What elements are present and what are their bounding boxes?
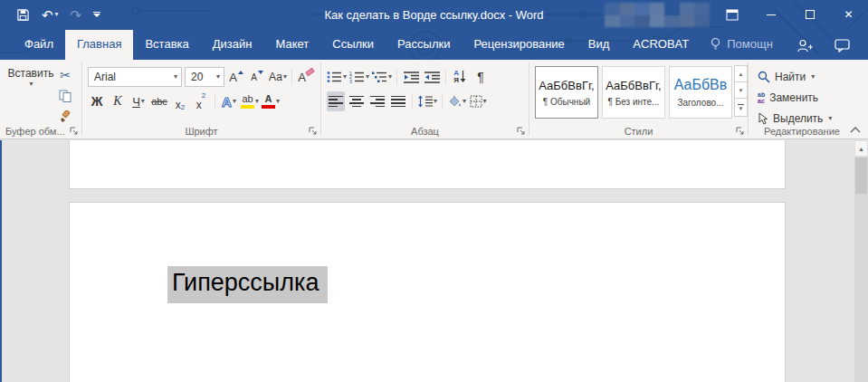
tab-file[interactable]: Файл	[13, 30, 65, 60]
tab-home[interactable]: Главная	[65, 30, 133, 60]
redo-button[interactable]: ↷	[71, 8, 82, 22]
styles-scroll-buttons: ▲ ▼ ▼	[734, 66, 748, 119]
text-effects-dropdown-arrow[interactable]: ▾	[233, 98, 236, 105]
font-color-button[interactable]: А ▾	[262, 91, 280, 111]
document-page-2[interactable]: Гиперссылка	[69, 202, 786, 382]
clear-formatting-button[interactable]: А	[297, 67, 315, 87]
style-card-no-spacing[interactable]: АаБбВвГг, ¶ Без инте...	[602, 66, 665, 119]
numbering-button[interactable]: 1 2 3 ▾	[349, 67, 369, 87]
decrease-indent-button[interactable]	[402, 67, 420, 87]
line-spacing-button[interactable]: ▾	[417, 91, 437, 111]
font-size-combobox[interactable]: 20 ▾	[185, 67, 224, 87]
style-preview: АаБбВвГг,	[539, 79, 594, 92]
superscript-button[interactable]: x2	[192, 91, 210, 111]
group-editing: Найти ▾ ab ac Заменить Выделить ▾	[749, 60, 855, 138]
cut-scissors-icon: ✂	[60, 68, 71, 82]
vertical-scrollbar[interactable]: ▲	[854, 140, 868, 382]
clipboard-dialog-launcher[interactable]	[70, 127, 79, 136]
italic-button[interactable]: К	[109, 91, 127, 111]
show-paragraph-marks-button[interactable]: ¶	[472, 67, 490, 87]
select-dropdown-arrow[interactable]: ▾	[828, 115, 832, 122]
close-button[interactable]: ✕	[829, 0, 868, 29]
share-person-icon[interactable]	[796, 39, 813, 53]
find-dropdown-arrow[interactable]: ▾	[811, 73, 815, 81]
find-button[interactable]: Найти ▾	[758, 67, 855, 86]
tab-insert[interactable]: Вставка	[133, 30, 200, 60]
comments-icon[interactable]	[835, 39, 850, 53]
grow-font-button[interactable]: А	[227, 67, 245, 87]
justify-button[interactable]	[389, 91, 407, 111]
numbering-dropdown-arrow[interactable]: ▾	[366, 73, 369, 81]
collapse-ribbon-button[interactable]	[850, 127, 861, 133]
styles-dialog-launcher[interactable]	[736, 127, 745, 136]
highlight-color-button[interactable]: ab ▾	[241, 91, 259, 111]
multilevel-dropdown-arrow[interactable]: ▾	[388, 73, 392, 81]
increase-indent-button[interactable]	[423, 67, 441, 87]
font-name-dropdown-arrow[interactable]: ▾	[174, 73, 177, 81]
styles-scroll-up-button[interactable]: ▲	[734, 65, 748, 82]
bullets-button[interactable]: ▾	[327, 67, 347, 87]
align-right-button[interactable]	[368, 91, 386, 111]
font-size-dropdown-arrow[interactable]: ▾	[216, 73, 220, 81]
tab-acrobat[interactable]: ACROBAT	[621, 30, 701, 60]
tab-view[interactable]: Вид	[577, 30, 622, 60]
replace-button[interactable]: ab ac Заменить	[758, 88, 855, 107]
style-card-normal[interactable]: АаБбВвГг, ¶ Обычный	[535, 66, 598, 119]
strikethrough-button[interactable]: abc	[150, 91, 168, 111]
styles-group-label: Стили	[529, 124, 748, 138]
customize-qat-button[interactable]	[93, 12, 100, 17]
scrollbar-thumb[interactable]	[855, 158, 867, 194]
minimize-button[interactable]	[751, 0, 790, 29]
bold-button[interactable]: Ж	[88, 91, 106, 111]
sort-button[interactable]: А Я	[451, 67, 469, 87]
borders-dropdown-arrow[interactable]: ▾	[483, 98, 487, 105]
style-card-heading1[interactable]: АаБбВв Заголово...	[669, 66, 732, 119]
bullets-dropdown-arrow[interactable]: ▾	[343, 73, 347, 81]
ribbon-display-options-icon	[726, 9, 739, 21]
copy-button[interactable]	[56, 87, 74, 105]
styles-more-button[interactable]: ▼	[734, 98, 748, 117]
paragraph-dialog-launcher[interactable]	[517, 127, 526, 136]
highlight-dropdown-arrow[interactable]: ▾	[255, 98, 259, 105]
undo-dropdown-arrow[interactable]: ▾	[55, 11, 59, 18]
font-size-value: 20	[191, 71, 203, 83]
increase-indent-icon	[424, 72, 440, 83]
document-page-1[interactable]	[69, 140, 786, 189]
undo-button[interactable]: ↶ ▾	[42, 8, 59, 22]
change-case-dropdown-arrow[interactable]: ▾	[283, 73, 287, 81]
tab-mailings[interactable]: Рассылки	[386, 30, 462, 60]
tab-layout[interactable]: Макет	[263, 30, 320, 60]
align-center-button[interactable]	[348, 91, 366, 111]
shrink-font-button[interactable]: А	[248, 67, 266, 87]
maximize-button[interactable]	[790, 0, 829, 29]
font-color-dropdown-arrow[interactable]: ▾	[276, 98, 280, 105]
tab-design[interactable]: Дизайн	[201, 30, 264, 60]
cut-button[interactable]: ✂	[56, 66, 74, 84]
selected-hyperlink-text[interactable]: Гиперссылка	[167, 266, 328, 303]
underline-button[interactable]: Ч ▾	[129, 91, 148, 111]
tell-me-box[interactable]: Помощн	[701, 30, 782, 60]
tab-references[interactable]: Ссылки	[320, 30, 386, 60]
replace-label: Заменить	[769, 91, 818, 104]
font-name-combobox[interactable]: Arial ▾	[88, 67, 182, 87]
styles-scroll-down-button[interactable]: ▼	[734, 81, 748, 99]
paste-dropdown-arrow[interactable]: ▾	[29, 81, 33, 88]
underline-dropdown-arrow[interactable]: ▾	[141, 98, 145, 105]
multilevel-list-button[interactable]: ▾	[372, 67, 392, 87]
shading-button[interactable]: ▾	[447, 91, 466, 111]
font-dialog-launcher[interactable]	[309, 127, 318, 136]
format-painter-button[interactable]	[56, 108, 74, 126]
borders-button[interactable]: ▾	[469, 91, 487, 111]
scrollbar-up-button[interactable]: ▲	[854, 140, 868, 157]
shading-dropdown-arrow[interactable]: ▾	[463, 98, 466, 105]
change-case-button[interactable]: Аа ▾	[269, 67, 287, 87]
select-cursor-icon	[758, 112, 768, 125]
line-spacing-dropdown-arrow[interactable]: ▾	[434, 98, 437, 105]
text-effects-button[interactable]: А ▾	[220, 91, 238, 111]
align-left-button[interactable]	[327, 91, 345, 111]
ribbon-display-options-button[interactable]	[712, 0, 751, 29]
paste-button[interactable]: Вставить ▾	[5, 66, 56, 86]
tab-review[interactable]: Рецензирование	[462, 30, 576, 60]
save-button[interactable]	[16, 8, 30, 22]
subscript-button[interactable]: x2	[171, 91, 189, 111]
